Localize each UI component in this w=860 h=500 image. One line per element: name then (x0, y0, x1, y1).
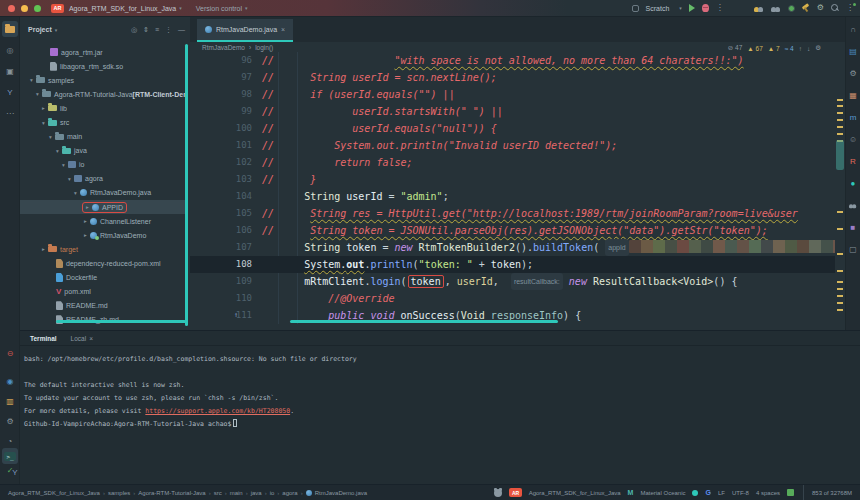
status-theme[interactable]: Material Oceanic (640, 490, 685, 496)
line-number[interactable]: 103 (190, 171, 252, 188)
editor-scrollbar-thumb[interactable] (836, 140, 844, 170)
line-number[interactable]: 99 (190, 103, 252, 120)
tree-item-channellistener[interactable]: ▸ChannelListener (20, 214, 186, 228)
maven-icon[interactable]: m (846, 110, 860, 124)
expand-icon[interactable]: ⇕ (143, 26, 149, 34)
tree-item-dependency-reduced-pom-xml[interactable]: dependency-reduced-pom.xml (20, 256, 186, 270)
more-menu-icon[interactable]: ⋮ (846, 4, 854, 12)
warning-stripe-mark[interactable] (837, 211, 843, 213)
override-gutter-icon[interactable]: ↑ (234, 307, 238, 324)
path-item[interactable]: Agora_RTM_SDK_for_Linux_Java (8, 490, 100, 496)
code-line-101[interactable]: 101// System.out.println("Invalid userID… (190, 137, 835, 154)
gradle-icon[interactable]: ⚙ (846, 66, 860, 80)
run-dashboard-icon[interactable]: R (846, 154, 860, 168)
tab-rtmjavademo[interactable]: RtmJavaDemo.java × (197, 19, 293, 42)
editor-error-stripe[interactable] (835, 42, 845, 330)
settings-gear-icon[interactable]: ⚙ (817, 4, 824, 12)
build-hammer-icon[interactable] (802, 4, 810, 12)
status-indent[interactable]: 4 spaces (756, 490, 780, 496)
line-number[interactable]: 96 (190, 52, 252, 69)
minimize-window-button[interactable] (21, 5, 28, 12)
project-horizontal-scrollbar[interactable] (56, 320, 186, 323)
problems-icon[interactable]: ⊖ (2, 345, 18, 361)
grazie-icon[interactable]: G (705, 489, 710, 496)
tree-item-main[interactable]: ▾main (20, 130, 186, 144)
terminal-panel-tab[interactable]: Terminal (30, 335, 57, 342)
line-number[interactable]: 109 (190, 273, 252, 290)
tree-item-agora[interactable]: ▾agora (20, 172, 186, 186)
hide-panel-icon[interactable]: — (178, 26, 185, 34)
code-line-98[interactable]: 98// if (userId.equals("") || (190, 86, 835, 103)
bookmarks-icon[interactable]: ◎ (2, 42, 18, 58)
code-line-108[interactable]: 108 System.out.println("token: " + token… (190, 256, 835, 273)
todo-icon[interactable]: ▥ (2, 393, 18, 409)
terminal-panel[interactable]: Terminal Local × bash: /opt/homebrew/etc… (20, 330, 860, 484)
version-control-menu[interactable]: Version control (196, 5, 242, 12)
search-everywhere-icon[interactable] (831, 4, 839, 12)
line-number[interactable]: 97 (190, 69, 252, 86)
warning-stripe-mark[interactable] (837, 112, 843, 114)
warning-stripe-mark[interactable] (837, 302, 843, 304)
path-item[interactable]: RtmJavaDemo.java (315, 490, 367, 496)
code-with-me-icon[interactable] (754, 4, 764, 12)
tree-item-rtmjavademo-java[interactable]: ▾RtmJavaDemo.java (20, 186, 186, 200)
warning-stripe-mark[interactable] (837, 309, 843, 311)
tree-item-readme-md[interactable]: README.md (20, 299, 186, 313)
ide-status-dot-icon[interactable] (788, 5, 795, 12)
next-problem-icon[interactable]: ↓ (807, 45, 810, 52)
editor-horizontal-scrollbar[interactable] (290, 320, 558, 323)
commit-icon[interactable]: Y (2, 84, 18, 100)
terminal-link[interactable]: https://support.apple.com/kb/HT208050 (145, 407, 290, 415)
git-branch-icon[interactable]: Y (10, 464, 20, 480)
warning-stripe-mark[interactable] (837, 288, 843, 290)
code-line-106[interactable]: 106// String token = JSONUtil.parseObj(r… (190, 222, 835, 239)
web-icon[interactable]: ◔ (2, 433, 18, 449)
settings-sync-icon[interactable]: ⚙ (2, 413, 18, 429)
code-line-100[interactable]: 100// userId.equals("null")) { (190, 120, 835, 137)
tree-item-java[interactable]: ▾java (20, 144, 186, 158)
code-line-105[interactable]: 105// String res = HttpUtil.get("http://… (190, 205, 835, 222)
tree-item-lib[interactable]: ▸lib (20, 101, 186, 115)
code-line-99[interactable]: 99// userId.startsWith(" ") || (190, 103, 835, 120)
path-item[interactable]: agora (282, 490, 297, 496)
tree-item-rtmjavademo[interactable]: ▸RtmJavaDemo (20, 228, 186, 242)
terminal-session-tab[interactable]: Local × (71, 335, 93, 342)
project-title-menu[interactable]: Agora_RTM_SDK_for_Linux_Java (69, 5, 176, 12)
warning-stripe-mark[interactable] (837, 295, 843, 297)
database-icon[interactable]: ▤ (846, 44, 860, 58)
line-number[interactable]: 106 (190, 222, 252, 239)
line-number[interactable]: 110 (190, 290, 252, 307)
project-folder-icon[interactable] (2, 21, 18, 37)
tree-item-pom-xml[interactable]: Vpom.xml (20, 285, 186, 299)
breadcrumb-method[interactable]: login() (255, 44, 273, 51)
warning-stripe-mark[interactable] (837, 133, 843, 135)
line-number[interactable]: 100 (190, 120, 252, 137)
tree-item-dockerfile[interactable]: Dockerfile (20, 271, 186, 285)
structure-icon[interactable]: ▣ (2, 63, 18, 79)
collaboration-icon[interactable] (846, 198, 860, 212)
status-project-name[interactable]: Agora_RTM_SDK_for_Linux_Java (529, 490, 621, 496)
warning-stripe-mark[interactable] (837, 253, 843, 255)
inspections-widget[interactable]: ⊘ 47 ▲ 67 ▲ 7 ≈ 4 ↑ ↓ ⚙ (728, 44, 821, 52)
warning-stripe-mark[interactable] (837, 270, 843, 272)
line-number[interactable]: 107 (190, 239, 252, 256)
line-number[interactable]: 105 (190, 205, 252, 222)
warning-stripe-mark[interactable] (837, 126, 843, 128)
memory-indicator[interactable]: 853 of 32768M (803, 485, 860, 500)
tree-item-agora-rtm-jar[interactable]: agora_rtm.jar (20, 45, 186, 59)
path-item[interactable]: Agora-RTM-Tutorial-Java (138, 490, 205, 496)
prev-problem-icon[interactable]: ↑ (799, 45, 802, 52)
coverage-icon[interactable]: ● (846, 176, 860, 190)
profiler-user-icon[interactable] (771, 4, 781, 12)
notifications-icon[interactable]: ∩ (846, 22, 860, 36)
code-line-104[interactable]: 104 String userId = "admin"; (190, 188, 835, 205)
zoom-window-button[interactable] (34, 5, 41, 12)
code-line-103[interactable]: 103// } (190, 171, 835, 188)
close-tab-icon[interactable]: × (281, 26, 285, 33)
code-line-96[interactable]: 96// "with space is not allowed, no more… (190, 52, 835, 69)
debug-button[interactable] (702, 4, 709, 12)
tree-item-samples[interactable]: ▾samples (20, 73, 186, 87)
code-line-97[interactable]: 97// String userId = scn.nextLine(); (190, 69, 835, 86)
line-number[interactable]: 98 (190, 86, 252, 103)
github-icon[interactable] (494, 489, 502, 497)
